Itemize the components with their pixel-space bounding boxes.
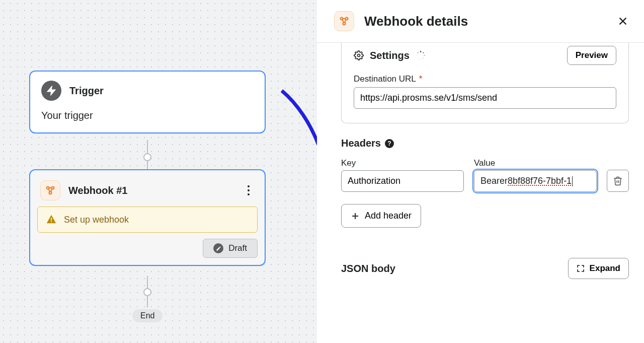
svg-point-9 bbox=[343, 23, 346, 25]
json-body-heading: JSON body bbox=[341, 263, 395, 275]
end-pill: End bbox=[132, 309, 163, 322]
svg-point-14 bbox=[423, 52, 424, 53]
destination-url-label: Destination URL* bbox=[354, 74, 616, 84]
svg-point-15 bbox=[424, 55, 425, 56]
svg-rect-4 bbox=[51, 218, 52, 221]
svg-rect-5 bbox=[51, 221, 52, 222]
svg-point-8 bbox=[346, 18, 348, 20]
svg-point-7 bbox=[341, 18, 343, 20]
close-button[interactable] bbox=[616, 14, 630, 28]
pencil-icon bbox=[213, 243, 223, 253]
delete-header-button[interactable] bbox=[607, 170, 629, 192]
svg-point-19 bbox=[417, 55, 418, 56]
svg-point-3 bbox=[49, 192, 52, 194]
expand-button[interactable]: Expand bbox=[568, 258, 629, 279]
help-icon[interactable]: ? bbox=[385, 139, 394, 148]
add-header-button[interactable]: Add header bbox=[341, 204, 421, 228]
destination-url-input[interactable] bbox=[354, 87, 616, 109]
trigger-title: Trigger bbox=[69, 85, 104, 97]
header-key-input[interactable] bbox=[341, 170, 464, 192]
svg-point-12 bbox=[358, 54, 360, 57]
header-key-label: Key bbox=[341, 158, 464, 168]
preview-button[interactable]: Preview bbox=[567, 46, 616, 65]
svg-marker-0 bbox=[48, 87, 55, 95]
svg-point-2 bbox=[52, 187, 54, 189]
draft-label: Draft bbox=[228, 243, 247, 253]
headers-heading: Headers bbox=[341, 138, 381, 149]
webhook-icon bbox=[40, 180, 60, 200]
webhook-icon bbox=[334, 11, 354, 31]
svg-point-18 bbox=[418, 58, 419, 59]
plus-icon bbox=[351, 212, 360, 221]
trigger-subtitle: Your trigger bbox=[41, 110, 254, 121]
svg-point-17 bbox=[420, 59, 421, 60]
lightning-icon bbox=[41, 81, 61, 101]
settings-heading: Settings bbox=[370, 50, 410, 61]
setup-warning: Set up webhook bbox=[37, 207, 258, 233]
connector-dot bbox=[143, 288, 151, 296]
webhook-details-panel: Webhook details Settings bbox=[317, 0, 644, 343]
svg-point-13 bbox=[420, 51, 422, 52]
flow-canvas[interactable]: Trigger Your trigger Webhook #1 bbox=[0, 0, 317, 343]
trash-icon bbox=[613, 176, 623, 186]
panel-title: Webhook details bbox=[364, 14, 468, 29]
header-value-label: Value bbox=[474, 158, 597, 168]
warning-text: Set up webhook bbox=[64, 215, 129, 225]
svg-point-16 bbox=[423, 58, 424, 59]
webhook-title: Webhook #1 bbox=[68, 185, 127, 196]
kebab-menu-icon[interactable] bbox=[243, 183, 255, 197]
gear-icon bbox=[354, 50, 364, 60]
trigger-node[interactable]: Trigger Your trigger bbox=[29, 71, 266, 133]
webhook-node[interactable]: Webhook #1 Set up webhook Draft bbox=[29, 169, 266, 266]
loading-icon bbox=[416, 50, 426, 60]
warning-icon bbox=[46, 214, 57, 225]
svg-point-1 bbox=[47, 187, 49, 189]
header-value-input[interactable]: Bearer 8bf88f76-7bbf-1 bbox=[474, 170, 597, 192]
expand-icon bbox=[577, 264, 585, 272]
connector-dot bbox=[143, 153, 151, 161]
draft-badge: Draft bbox=[203, 239, 258, 258]
svg-point-20 bbox=[418, 52, 419, 53]
